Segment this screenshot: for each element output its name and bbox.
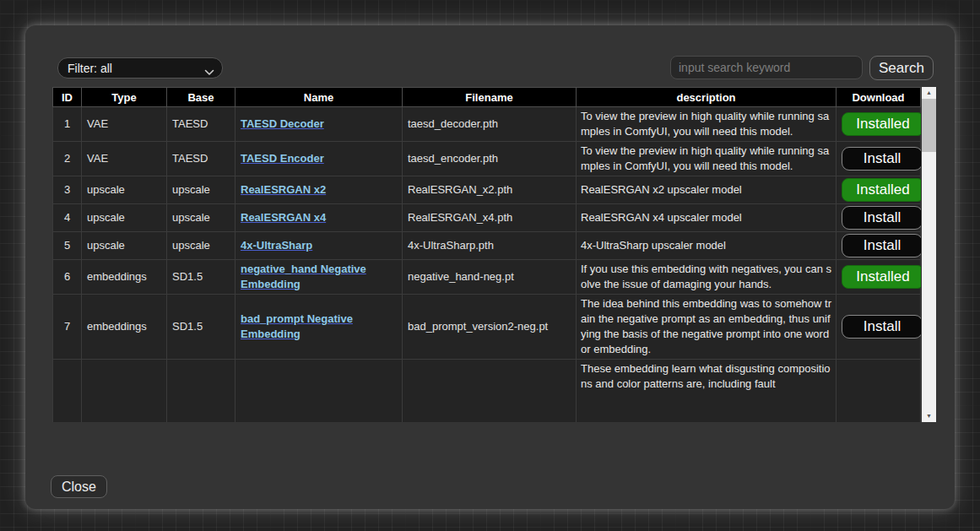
- cell-download: Installed: [837, 260, 921, 295]
- cell-download: Install: [837, 204, 921, 232]
- scrollbar-up-arrow-icon[interactable]: ▲: [922, 87, 936, 99]
- installed-badge: Installed: [842, 178, 921, 202]
- cell-base: upscale: [167, 176, 236, 204]
- table-row: 5upscaleupscale4x-UltraSharp4x-UltraShar…: [53, 232, 921, 260]
- table-row: 1VAETAESDTAESD Decodertaesd_decoder.pthT…: [53, 107, 921, 142]
- cell-base: [167, 360, 236, 423]
- table-row: 4upscaleupscaleRealESRGAN x4RealESRGAN_x…: [53, 204, 921, 232]
- model-link[interactable]: TAESD Decoder: [241, 117, 324, 130]
- cell-filename: taesd_encoder.pth: [403, 142, 577, 176]
- cell-type: upscale: [82, 176, 167, 204]
- cell-id: 7: [53, 295, 82, 360]
- cell-type: [82, 360, 167, 423]
- cell-id: 5: [53, 232, 82, 260]
- cell-base: TAESD: [167, 107, 236, 142]
- filter-dropdown[interactable]: Filter: all: [57, 57, 223, 79]
- cell-type: upscale: [82, 204, 167, 232]
- installed-badge: Installed: [842, 112, 921, 136]
- cell-name: RealESRGAN x4: [236, 204, 403, 232]
- column-header: Download: [837, 88, 921, 107]
- cell-filename: RealESRGAN_x2.pth: [403, 176, 577, 204]
- scrollbar-thumb[interactable]: [922, 99, 936, 152]
- table-header-row: IDTypeBaseNameFilenamedescriptionDownloa…: [53, 88, 921, 107]
- cell-description: The idea behind this embedding was to so…: [577, 295, 837, 360]
- model-link[interactable]: RealESRGAN x4: [241, 211, 326, 224]
- cell-base: upscale: [167, 232, 236, 260]
- table-row: 7embeddingsSD1.5bad_prompt Negative Embe…: [53, 295, 921, 360]
- model-table-container: IDTypeBaseNameFilenamedescriptionDownloa…: [52, 87, 921, 422]
- search-input[interactable]: [670, 56, 863, 79]
- cell-filename: [403, 360, 577, 423]
- cell-base: TAESD: [167, 142, 236, 176]
- cell-id: [53, 360, 82, 423]
- close-button[interactable]: Close: [51, 475, 107, 498]
- table-row: 6embeddingsSD1.5negative_hand Negative E…: [53, 260, 921, 295]
- column-header: Type: [82, 88, 167, 107]
- install-button[interactable]: Install: [842, 206, 921, 230]
- cell-description: RealESRGAN x4 upscaler model: [577, 204, 837, 232]
- cell-filename: taesd_decoder.pth: [403, 107, 577, 142]
- cell-type: VAE: [82, 142, 167, 176]
- cell-description: To view the preview in high quality whil…: [577, 142, 837, 176]
- column-header: Filename: [403, 88, 577, 107]
- cell-id: 3: [53, 176, 82, 204]
- scrollbar-down-arrow-icon[interactable]: ▼: [922, 410, 936, 422]
- table-row: 3upscaleupscaleRealESRGAN x2RealESRGAN_x…: [53, 176, 921, 204]
- cell-description: RealESRGAN x2 upscaler model: [577, 176, 837, 204]
- cell-name: TAESD Decoder: [236, 107, 403, 142]
- column-header: description: [577, 88, 837, 107]
- cell-id: 4: [53, 204, 82, 232]
- cell-name: negative_hand Negative Embedding: [236, 260, 403, 295]
- cell-id: 6: [53, 260, 82, 295]
- cell-name: 4x-UltraSharp: [236, 232, 403, 260]
- model-link[interactable]: negative_hand Negative Embedding: [241, 263, 366, 290]
- model-link[interactable]: RealESRGAN x2: [241, 183, 326, 196]
- cell-id: 2: [53, 142, 82, 176]
- comfyui-canvas: Filter: all Search IDTypeBaseNameFilenam…: [0, 0, 980, 531]
- install-button[interactable]: Install: [842, 315, 921, 339]
- column-header: Base: [167, 88, 236, 107]
- cell-download: [837, 360, 921, 423]
- cell-filename: 4x-UltraSharp.pth: [403, 232, 577, 260]
- filter-select[interactable]: Filter: all: [57, 57, 223, 79]
- cell-download: Install: [837, 142, 921, 176]
- cell-filename: RealESRGAN_x4.pth: [403, 204, 577, 232]
- cell-download: Install: [837, 295, 921, 360]
- cell-name: TAESD Encoder: [236, 142, 403, 176]
- cell-description: These embedding learn what disgusting co…: [577, 360, 837, 423]
- cell-type: VAE: [82, 107, 167, 142]
- cell-type: upscale: [82, 232, 167, 260]
- column-header: Name: [236, 88, 403, 107]
- cell-name: [236, 360, 403, 423]
- model-table: IDTypeBaseNameFilenamedescriptionDownloa…: [52, 87, 921, 422]
- cell-description: To view the preview in high quality whil…: [577, 107, 837, 142]
- cell-description: If you use this embedding with negatives…: [577, 260, 837, 295]
- cell-filename: bad_prompt_version2-neg.pt: [403, 295, 577, 360]
- cell-filename: negative_hand-neg.pt: [403, 260, 577, 295]
- install-button[interactable]: Install: [842, 147, 921, 171]
- cell-type: embeddings: [82, 295, 167, 360]
- install-button[interactable]: Install: [842, 234, 921, 257]
- model-link[interactable]: TAESD Encoder: [241, 152, 324, 165]
- cell-base: upscale: [167, 204, 236, 232]
- search-button[interactable]: Search: [869, 56, 934, 80]
- cell-name: bad_prompt Negative Embedding: [236, 295, 403, 360]
- cell-download: Install: [837, 232, 921, 260]
- model-link[interactable]: 4x-UltraSharp: [241, 239, 312, 252]
- cell-type: embeddings: [82, 260, 167, 295]
- cell-name: RealESRGAN x2: [236, 176, 403, 204]
- table-row: These embedding learn what disgusting co…: [53, 360, 921, 423]
- table-scrollbar[interactable]: ▲ ▼: [922, 87, 936, 422]
- cell-download: Installed: [837, 176, 921, 204]
- cell-base: SD1.5: [167, 295, 236, 360]
- cell-id: 1: [53, 107, 82, 142]
- model-link[interactable]: bad_prompt Negative Embedding: [241, 312, 353, 340]
- cell-description: 4x-UltraSharp upscaler model: [577, 232, 837, 260]
- table-row: 2VAETAESDTAESD Encodertaesd_encoder.pthT…: [53, 142, 921, 176]
- model-manager-dialog: Filter: all Search IDTypeBaseNameFilenam…: [25, 25, 955, 509]
- column-header: ID: [53, 88, 82, 107]
- cell-base: SD1.5: [167, 260, 236, 295]
- cell-download: Installed: [837, 107, 921, 142]
- installed-badge: Installed: [842, 265, 921, 289]
